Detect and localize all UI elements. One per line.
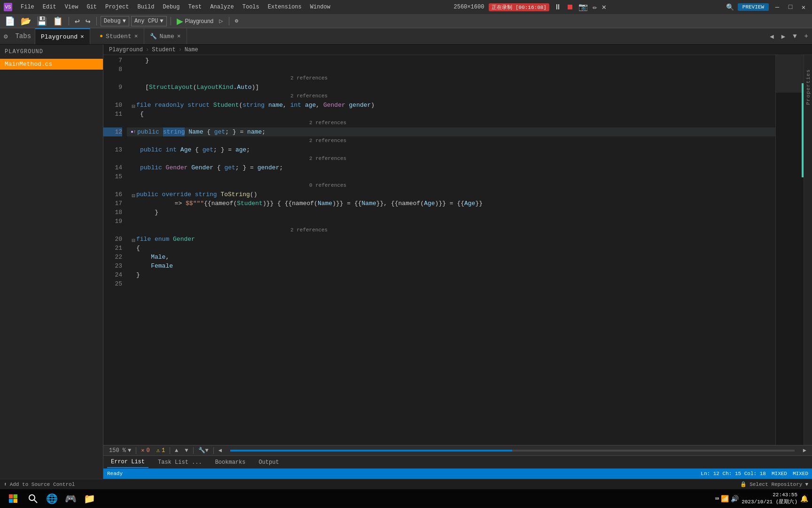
sidebar-item-mainmethod[interactable]: MainMethod.cs xyxy=(0,59,103,70)
maximize-button[interactable]: □ xyxy=(786,2,795,12)
undo-btn[interactable]: ↩ xyxy=(73,15,82,27)
code-10-string: string xyxy=(242,101,268,110)
tab-playground[interactable]: Playground × xyxy=(35,28,90,44)
scroll-left-btn[interactable]: ◀ xyxy=(217,447,224,454)
redo-btn[interactable]: ↪ xyxy=(84,15,93,27)
filter-btn[interactable]: 🔧▼ xyxy=(196,447,211,454)
zoom-select[interactable]: 150 % ▼ xyxy=(107,447,133,454)
taskbar-app2[interactable]: 📁 xyxy=(81,490,98,507)
tab-nav-right[interactable]: ▶ xyxy=(778,32,789,40)
taskbar-search[interactable] xyxy=(24,490,41,507)
close-recording-icon[interactable]: ✕ xyxy=(602,2,607,12)
stop-icon[interactable]: ⏹ xyxy=(566,3,574,12)
menu-tools[interactable]: Tools xyxy=(239,3,263,11)
nav-up-btn[interactable]: ▲ xyxy=(173,447,180,454)
encoding-status[interactable]: MIXED xyxy=(793,471,808,476)
taskbar-clock[interactable]: 22:43:55 2023/10/21 (星期六) xyxy=(742,492,797,506)
collapse-20-icon[interactable]: ⊟ xyxy=(131,237,136,242)
search-icon[interactable]: 🔍 xyxy=(726,3,734,11)
tab-student[interactable]: ● Student × xyxy=(94,28,144,44)
code-14-public: public xyxy=(140,163,166,172)
tab-task-list[interactable]: Task List ... xyxy=(154,457,206,468)
windows-logo xyxy=(8,494,18,503)
close-button[interactable]: ✕ xyxy=(799,2,808,12)
breadcrumb-name[interactable]: Name xyxy=(185,47,198,53)
minimize-button[interactable]: — xyxy=(773,2,782,12)
tab-name-close[interactable]: × xyxy=(177,33,181,40)
pause-icon[interactable]: ⏸ xyxy=(554,3,562,12)
add-to-source-control-label[interactable]: Add to Source Control xyxy=(10,482,75,487)
indent-status[interactable]: MIXED xyxy=(772,471,787,476)
tab-output[interactable]: Output xyxy=(255,457,282,468)
menu-project[interactable]: Project xyxy=(102,3,133,11)
collapse-10-icon[interactable]: ⊟ xyxy=(131,103,136,108)
menu-window[interactable]: Window xyxy=(306,3,334,11)
code-editor: 7 8 9 10 11 12 13 14 15 16 17 xyxy=(103,55,812,445)
tab-name[interactable]: 🔧 Name × xyxy=(144,28,187,44)
tab-nav-left[interactable]: ◀ xyxy=(766,32,777,40)
tab-student-close[interactable]: × xyxy=(134,33,138,40)
taskbar: 🌐 🎮 📁 ⌨ 📶 🔊 22:43:55 2023/10/21 (星期六) 🔔 xyxy=(0,489,812,508)
code-line-8 xyxy=(127,65,775,74)
code-11-brace: { xyxy=(140,110,144,119)
breadcrumb-student[interactable]: Student xyxy=(152,47,175,53)
open-btn[interactable]: 📂 xyxy=(19,15,33,27)
new-file-btn[interactable]: 📄 xyxy=(3,15,17,27)
save-btn[interactable]: 💾 xyxy=(35,15,49,27)
debug-config-dropdown[interactable]: Debug ▼ xyxy=(101,16,129,26)
collapse-16-icon[interactable]: ⊟ xyxy=(131,192,136,198)
main-area: Playground MainMethod.cs Playground › St… xyxy=(0,45,812,479)
run-button[interactable]: ▶ Playground xyxy=(175,15,216,27)
tab-playground-close[interactable]: × xyxy=(80,33,84,40)
platform-dropdown[interactable]: Any CPU ▼ xyxy=(131,16,167,26)
menu-build[interactable]: Build xyxy=(133,3,158,11)
tab-bookmarks[interactable]: Bookmarks xyxy=(211,457,250,468)
breadcrumb-playground[interactable]: Playground xyxy=(109,47,143,53)
code-13-rest: ; } = xyxy=(213,145,235,154)
taskbar-notification-btn[interactable]: 🔔 xyxy=(800,495,808,503)
code-13-age-prop: Age xyxy=(180,145,195,154)
nav-down-btn[interactable]: ▼ xyxy=(183,447,190,454)
menu-test[interactable]: Test xyxy=(185,3,206,11)
error-count: 0 xyxy=(146,447,149,454)
menu-git[interactable]: Git xyxy=(83,3,101,11)
code-line-13: public int Age { get; } = age; xyxy=(127,145,775,154)
resolution-text: 2560×1600 xyxy=(454,4,484,10)
tab-nav-add[interactable]: + xyxy=(801,32,812,40)
camera-icon[interactable]: 📷 xyxy=(578,2,588,12)
menu-edit[interactable]: Edit xyxy=(39,3,60,11)
tabs-settings-btn[interactable]: ⚙ xyxy=(0,28,11,44)
scroll-right-btn[interactable]: ▶ xyxy=(801,447,808,454)
taskbar-app1[interactable]: 🎮 xyxy=(62,490,79,507)
svg-line-5 xyxy=(34,500,37,503)
select-repository-label[interactable]: Select Repository xyxy=(750,482,802,487)
toolbar-more-btn[interactable]: ⚙ xyxy=(233,16,240,25)
preview-button[interactable]: PREVIEW xyxy=(738,3,769,11)
menu-extensions[interactable]: Extensions xyxy=(264,3,305,11)
ready-status[interactable]: Ready xyxy=(107,471,123,476)
menu-view[interactable]: View xyxy=(61,3,82,11)
code-line-11: { xyxy=(127,110,775,119)
tab-error-list[interactable]: Error List xyxy=(107,457,148,468)
debug-dot-12: ●↑ xyxy=(131,127,136,136)
code-12-get: get xyxy=(214,127,225,136)
taskbar-browser[interactable]: 🌐 xyxy=(43,490,60,507)
scroll-bar[interactable] xyxy=(230,450,795,452)
warning-count-btn[interactable]: ⚠ 1 xyxy=(155,447,167,454)
run-without-debug-btn[interactable]: ▷ xyxy=(217,16,225,26)
code-content[interactable]: } 2 references [StructLayout(LayoutKind.… xyxy=(127,55,775,445)
edit-icon[interactable]: ✏️ xyxy=(593,2,597,12)
select-repo-chevron[interactable]: ▼ xyxy=(805,482,808,487)
menu-debug[interactable]: Debug xyxy=(159,3,183,11)
menu-file[interactable]: File xyxy=(17,3,38,11)
tab-playground-label: Playground xyxy=(41,33,78,40)
tab-nav-down[interactable]: ▼ xyxy=(789,32,800,40)
properties-panel[interactable]: Properties xyxy=(804,55,812,445)
position-status[interactable]: Ln: 12 Ch: 15 Col: 18 xyxy=(701,471,766,476)
zoom-chevron: ▼ xyxy=(128,447,131,454)
start-button[interactable] xyxy=(4,492,23,506)
menu-analyze[interactable]: Analyze xyxy=(206,3,237,11)
save-all-btn[interactable]: 📋 xyxy=(51,15,65,27)
editor-scroll-area[interactable]: 7 8 9 10 11 12 13 14 15 16 17 xyxy=(103,55,775,445)
error-count-btn[interactable]: ✕ 0 xyxy=(139,447,151,454)
